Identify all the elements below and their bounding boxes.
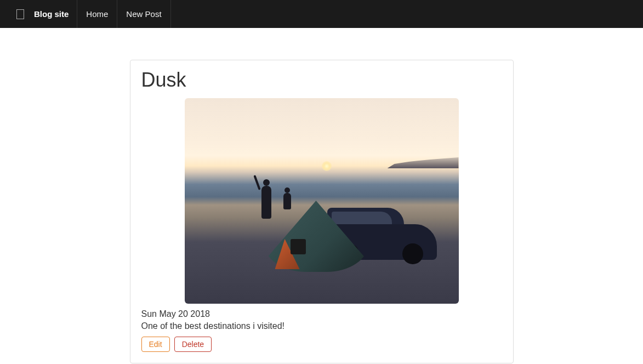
sun-graphic bbox=[322, 161, 332, 171]
post-date: Sun May 20 2018 bbox=[141, 309, 502, 319]
post-image-wrap bbox=[141, 98, 502, 304]
person1-graphic bbox=[261, 186, 271, 219]
logo-icon bbox=[16, 9, 24, 19]
tent-graphic bbox=[264, 195, 368, 272]
post-card: Dusk bbox=[130, 60, 514, 363]
mountains-graphic bbox=[388, 157, 459, 168]
edit-button[interactable]: Edit bbox=[141, 337, 170, 352]
post-actions: Edit Delete bbox=[141, 337, 502, 352]
delete-button[interactable]: Delete bbox=[174, 337, 212, 352]
post-description: One of the best destinations i visited! bbox=[141, 321, 502, 331]
nav-home[interactable]: Home bbox=[77, 0, 117, 28]
navbar-brand: Blog site bbox=[34, 0, 69, 28]
navbar-brand-wrap[interactable]: Blog site bbox=[16, 0, 77, 28]
main-container: Dusk bbox=[130, 60, 514, 363]
post-title: Dusk bbox=[141, 69, 502, 92]
nav-new-post[interactable]: New Post bbox=[117, 0, 170, 28]
post-image bbox=[185, 98, 459, 304]
person2-graphic bbox=[283, 193, 291, 209]
navbar: Blog site Home New Post bbox=[0, 0, 643, 28]
